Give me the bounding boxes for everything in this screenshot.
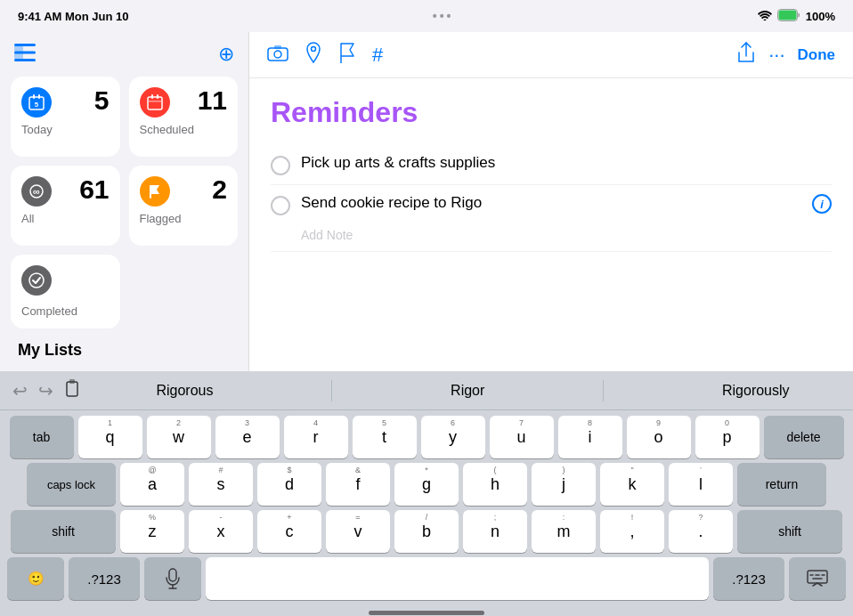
key-j[interactable]: )j [532, 463, 596, 506]
mic-key[interactable] [144, 557, 201, 600]
key-i[interactable]: 8i [558, 416, 622, 458]
smart-list-scheduled[interactable]: 11 Scheduled [129, 77, 239, 157]
reminder-text-1[interactable]: Pick up arts & crafts supplies [301, 154, 832, 172]
toolbar-left: # [267, 42, 383, 68]
key-period[interactable]: ?. [669, 510, 733, 553]
key-p[interactable]: 0p [695, 416, 760, 458]
capslock-key[interactable]: caps lock [27, 463, 116, 506]
svg-rect-2 [778, 10, 796, 20]
flagged-icon [140, 176, 170, 207]
redo-button[interactable]: ↪ [38, 380, 53, 401]
smart-list-today[interactable]: 5 5 Today [11, 77, 120, 157]
num2-key[interactable]: .?123 [713, 557, 784, 600]
completed-label: Completed [21, 304, 110, 318]
scheduled-icon [140, 87, 170, 118]
smart-list-completed[interactable]: Completed [11, 255, 120, 328]
key-y[interactable]: 6y [421, 416, 485, 458]
shift-left-key[interactable]: shift [11, 510, 116, 553]
svg-rect-4 [14, 44, 36, 46]
all-count: 61 [79, 176, 109, 203]
key-g[interactable]: *g [394, 463, 459, 506]
smart-list-all[interactable]: ∞ 61 All [11, 166, 120, 246]
tab-key[interactable]: tab [10, 416, 74, 458]
suggestion-3[interactable]: Rigorously [713, 379, 799, 402]
svg-rect-9 [38, 94, 40, 99]
status-right: 100% [758, 9, 835, 24]
battery-percent: 100% [806, 10, 835, 23]
suggestion-2[interactable]: Rigor [442, 379, 493, 402]
reminder-checkbox-1[interactable] [271, 156, 290, 175]
svg-rect-29 [808, 571, 827, 583]
svg-point-20 [274, 51, 281, 58]
key-d[interactable]: $d [257, 463, 321, 506]
svg-rect-8 [33, 94, 35, 99]
sidebar-more-icon[interactable]: ⊕ [218, 43, 234, 66]
reminder-text-2[interactable]: Send cookie recipe to Rigo [301, 194, 801, 212]
today-icon: 5 [21, 87, 52, 118]
reminder-checkbox-2[interactable] [271, 196, 290, 215]
key-r[interactable]: 4r [284, 416, 348, 458]
delete-key[interactable]: delete [764, 416, 844, 458]
key-w[interactable]: 2w [147, 416, 211, 458]
key-q[interactable]: 1q [78, 416, 142, 458]
scheduled-label: Scheduled [140, 123, 228, 136]
key-o[interactable]: 9o [627, 416, 691, 458]
keyboard-area: ↩ ↪ Rigorous Rigor Rigorously tab 1q 2w … [0, 371, 853, 616]
space-key[interactable] [206, 557, 709, 600]
done-button[interactable]: Done [798, 46, 836, 64]
home-indicator [0, 609, 853, 616]
smart-list-flagged[interactable]: 2 Flagged [129, 166, 239, 246]
sidebar-toggle-icon[interactable] [14, 44, 36, 65]
svg-text:∞: ∞ [33, 186, 40, 197]
flag-icon[interactable] [338, 42, 356, 68]
scheduled-count: 11 [198, 87, 227, 114]
svg-rect-19 [268, 48, 288, 61]
key-row-4: 🙂 .?123 .?123 [4, 557, 849, 600]
emoji-key[interactable]: 🙂 [7, 557, 64, 600]
svg-rect-12 [151, 94, 153, 99]
key-comma[interactable]: !, [600, 510, 664, 553]
keyboard-dismiss-key[interactable] [789, 557, 846, 600]
key-s[interactable]: #s [189, 463, 253, 506]
key-m[interactable]: :m [532, 510, 596, 553]
shift-right-key[interactable]: shift [737, 510, 842, 553]
key-k[interactable]: "k [600, 463, 664, 506]
reminder-item-1: Pick up arts & crafts supplies [271, 145, 832, 185]
camera-icon[interactable] [267, 44, 288, 66]
key-n[interactable]: ;n [463, 510, 527, 553]
key-h[interactable]: (h [463, 463, 527, 506]
key-a[interactable]: @a [120, 463, 184, 506]
key-b[interactable]: /b [394, 510, 459, 553]
key-t[interactable]: 5t [353, 416, 417, 458]
location-icon[interactable] [305, 42, 322, 68]
add-note[interactable]: Add Note [271, 226, 832, 242]
more-icon[interactable]: ··· [768, 44, 784, 67]
key-z[interactable]: %z [120, 510, 184, 553]
undo-button[interactable]: ↩ [12, 380, 28, 401]
completed-row: Completed [11, 255, 238, 328]
svg-point-18 [29, 273, 44, 288]
key-c[interactable]: +c [257, 510, 321, 553]
key-f[interactable]: &f [326, 463, 390, 506]
today-label: Today [21, 123, 110, 136]
share-icon[interactable] [736, 42, 756, 68]
key-l[interactable]: 'l [669, 463, 733, 506]
num1-key[interactable]: .?123 [69, 557, 140, 600]
battery-icon [777, 9, 800, 24]
hash-icon[interactable]: # [372, 44, 383, 67]
key-v[interactable]: =v [326, 510, 390, 553]
my-lists-header: My Lists [11, 337, 238, 363]
clipboard-button[interactable] [64, 378, 80, 402]
svg-rect-6 [14, 59, 36, 61]
reminder-info-button[interactable]: i [812, 194, 832, 214]
suggestion-1[interactable]: Rigorous [147, 379, 222, 402]
key-x[interactable]: -x [189, 510, 253, 553]
key-u[interactable]: 7u [490, 416, 554, 458]
return-key[interactable]: return [737, 463, 826, 506]
key-e[interactable]: 3e [215, 416, 280, 458]
status-time: 9:41 AM Mon Jun 10 [18, 10, 129, 23]
wifi-icon [758, 10, 772, 23]
sidebar-header: ⊕ [11, 43, 238, 66]
svg-text:5: 5 [35, 101, 39, 109]
status-center: ••• [433, 9, 454, 23]
